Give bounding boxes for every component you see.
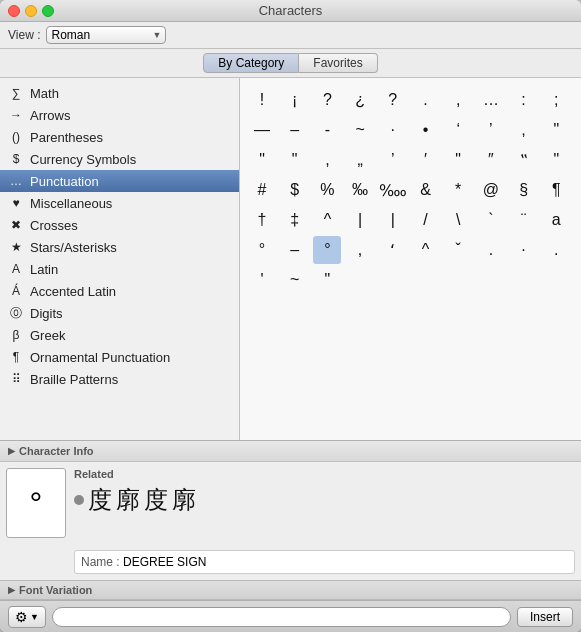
sidebar-item-parentheses[interactable]: () Parentheses <box>0 126 239 148</box>
tab-by-category[interactable]: By Category <box>203 53 299 73</box>
char-cell[interactable]: " <box>444 146 472 174</box>
char-cell[interactable]: " <box>542 116 570 144</box>
char-cell[interactable]: | <box>379 206 407 234</box>
related-char-2[interactable]: 度 <box>144 484 168 516</box>
char-cell[interactable]: / <box>412 206 440 234</box>
sidebar-item-stars[interactable]: ★ Stars/Asterisks <box>0 236 239 258</box>
sidebar-item-latin[interactable]: A Latin <box>0 258 239 280</box>
char-info-header[interactable]: ▶ Character Info <box>0 441 581 462</box>
char-cell[interactable]: ^ <box>313 206 341 234</box>
char-cell[interactable]: ‱ <box>379 176 407 204</box>
sidebar-item-currency[interactable]: $ Currency Symbols <box>0 148 239 170</box>
char-cell[interactable]: ’ <box>379 146 407 174</box>
char-cell[interactable]: a <box>542 206 570 234</box>
view-select[interactable]: Roman <box>46 26 166 44</box>
font-variation-header[interactable]: ▶ Font Variation <box>0 580 581 600</box>
sidebar-item-arrows[interactable]: → Arrows <box>0 104 239 126</box>
char-cell[interactable]: ‰ <box>346 176 374 204</box>
char-cell[interactable] <box>444 266 472 294</box>
char-cell[interactable]: $ <box>281 176 309 204</box>
char-cell[interactable]: . <box>477 236 505 264</box>
char-cell[interactable]: ″ <box>477 146 505 174</box>
char-cell[interactable]: " <box>313 266 341 294</box>
sidebar-item-accented-latin[interactable]: Á Accented Latin <box>0 280 239 302</box>
char-cell[interactable] <box>346 266 374 294</box>
char-cell[interactable]: ’ <box>477 116 505 144</box>
char-cell[interactable] <box>379 266 407 294</box>
char-cell[interactable]: — <box>248 116 276 144</box>
insert-button[interactable]: Insert <box>517 607 573 627</box>
sidebar-item-greek[interactable]: β Greek <box>0 324 239 346</box>
char-cell[interactable]: , <box>346 236 374 264</box>
char-cell[interactable]: & <box>412 176 440 204</box>
sidebar-item-crosses[interactable]: ✖ Crosses <box>0 214 239 236</box>
sidebar-item-label: Latin <box>30 262 58 277</box>
char-cell[interactable]: # <box>248 176 276 204</box>
char-cell[interactable]: · <box>510 236 538 264</box>
char-cell[interactable] <box>477 266 505 294</box>
char-cell[interactable]: ? <box>313 86 341 114</box>
char-cell[interactable]: ‡ <box>281 206 309 234</box>
char-cell[interactable]: ~ <box>281 266 309 294</box>
char-cell[interactable]: ° <box>248 236 276 264</box>
char-cell[interactable]: „ <box>346 146 374 174</box>
gear-button[interactable]: ⚙ ▼ <box>8 606 46 628</box>
char-cell[interactable]: ' <box>248 266 276 294</box>
char-cell[interactable]: … <box>477 86 505 114</box>
char-cell[interactable]: . <box>412 86 440 114</box>
char-cell[interactable] <box>412 266 440 294</box>
char-cell[interactable]: ^ <box>412 236 440 264</box>
char-cell[interactable]: ‘ <box>444 116 472 144</box>
minimize-button[interactable] <box>25 5 37 17</box>
char-cell[interactable]: | <box>346 206 374 234</box>
char-cell[interactable]: @ <box>477 176 505 204</box>
close-button[interactable] <box>8 5 20 17</box>
char-cell[interactable]: " <box>248 146 276 174</box>
char-cell[interactable]: % <box>313 176 341 204</box>
char-cell[interactable]: ‐ <box>313 116 341 144</box>
char-cell[interactable]: , <box>444 86 472 114</box>
related-char-3[interactable]: 廓 <box>172 484 196 516</box>
char-cell[interactable]: – <box>281 236 309 264</box>
sidebar-item-ornamental[interactable]: ¶ Ornamental Punctuation <box>0 346 239 368</box>
char-cell[interactable]: · <box>379 116 407 144</box>
char-cell[interactable]: . <box>542 236 570 264</box>
char-cell[interactable]: ‟ <box>510 146 538 174</box>
char-cell[interactable]: – <box>281 116 309 144</box>
char-cell[interactable]: \ <box>444 206 472 234</box>
char-cell[interactable]: : <box>510 86 538 114</box>
char-cell[interactable]: * <box>444 176 472 204</box>
char-cell[interactable]: ¶ <box>542 176 570 204</box>
char-cell[interactable]: § <box>510 176 538 204</box>
char-cell[interactable]: ‚ <box>510 116 538 144</box>
sidebar-item-punctuation[interactable]: … Punctuation <box>0 170 239 192</box>
maximize-button[interactable] <box>42 5 54 17</box>
search-input[interactable] <box>52 607 511 627</box>
char-cell[interactable] <box>510 266 538 294</box>
related-char-0[interactable]: 度 <box>88 484 112 516</box>
tab-favorites[interactable]: Favorites <box>299 53 377 73</box>
char-cell[interactable]: ! <box>248 86 276 114</box>
char-cell[interactable]: ˇ <box>444 236 472 264</box>
char-cell[interactable]: ` <box>477 206 505 234</box>
char-cell[interactable]: • <box>412 116 440 144</box>
char-cell[interactable]: ? <box>379 86 407 114</box>
char-cell[interactable]: ~ <box>346 116 374 144</box>
char-cell[interactable]: ¿ <box>346 86 374 114</box>
char-cell[interactable]: † <box>248 206 276 234</box>
char-cell[interactable] <box>542 266 570 294</box>
char-cell[interactable]: ; <box>542 86 570 114</box>
sidebar-item-miscellaneous[interactable]: ♥ Miscellaneous <box>0 192 239 214</box>
sidebar-item-braille[interactable]: ⠿ Braille Patterns <box>0 368 239 390</box>
char-cell[interactable]: " <box>542 146 570 174</box>
related-char-1[interactable]: 廓 <box>116 484 140 516</box>
sidebar-item-digits[interactable]: ⓪ Digits <box>0 302 239 324</box>
char-cell[interactable]: ¡ <box>281 86 309 114</box>
char-cell[interactable]: ¨ <box>510 206 538 234</box>
char-cell[interactable]: ° <box>313 236 341 264</box>
char-cell[interactable]: ′ <box>412 146 440 174</box>
sidebar-item-math[interactable]: ∑ Math <box>0 82 239 104</box>
char-cell[interactable]: ʻ <box>379 236 407 264</box>
char-cell[interactable]: " <box>281 146 309 174</box>
char-cell[interactable]: , <box>313 146 341 174</box>
